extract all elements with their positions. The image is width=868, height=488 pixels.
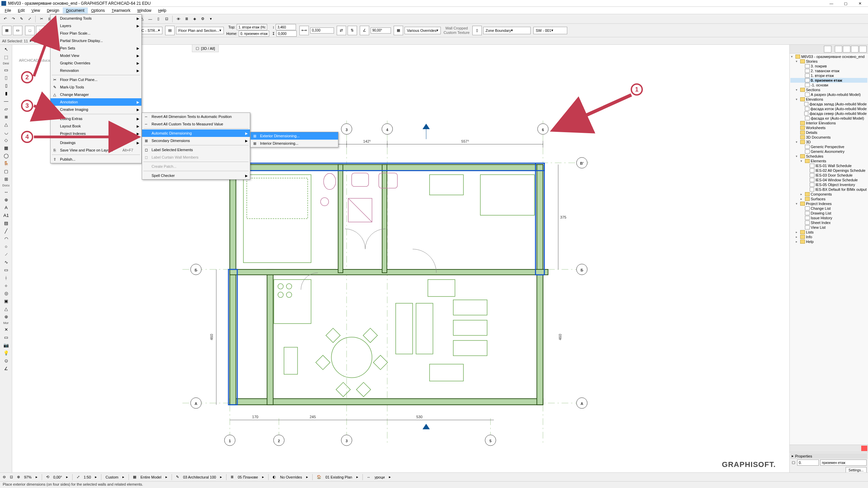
options-icon[interactable]: ⚙ <box>199 15 206 23</box>
menu-item[interactable]: ↔Revert All Dimension Texts to Automatic… <box>142 113 250 120</box>
drawing-tool-icon[interactable]: ▭ <box>1 266 12 273</box>
morph-tool-icon[interactable]: ◯ <box>1 152 12 159</box>
menu-item[interactable]: Annotation▶ <box>51 98 141 106</box>
tree-item[interactable]: View List <box>790 225 867 230</box>
override-icon[interactable]: ◐ <box>273 475 276 479</box>
tree-item[interactable]: -1. основи <box>790 83 867 87</box>
line-tool-icon[interactable]: ╱ <box>1 227 12 235</box>
menu-item[interactable]: ⊞Secondary Dimensions▶ <box>142 137 250 144</box>
wall-tool-icon[interactable]: ▭ <box>1 66 12 74</box>
mesh-tool-icon[interactable]: ⊞ <box>1 175 12 183</box>
selection-icon[interactable]: ▦ <box>2 26 12 35</box>
maximize-button[interactable]: ▢ <box>839 0 852 6</box>
tree-item[interactable]: А разрез (Auto-rebuild Model) <box>790 92 867 97</box>
zone-tool-icon[interactable]: ▢ <box>1 167 12 175</box>
flip-icon[interactable]: ⇄ <box>337 26 346 35</box>
menu-document[interactable]: Document <box>63 7 88 14</box>
beam-icon[interactable]: — <box>146 15 154 23</box>
figure-tool-icon[interactable]: ▭ <box>1 333 12 341</box>
menu-item[interactable]: ✎Mark-Up Tools <box>51 83 141 91</box>
tree-item[interactable]: фасада запад (Auto-rebuild Mode <box>790 102 867 106</box>
hotspot-tool-icon[interactable]: ✕ <box>1 326 12 333</box>
radial-tool-icon[interactable]: ⊙ <box>1 357 12 364</box>
floorplan-dropdown[interactable]: Floor Plan and Section... ▾ <box>176 27 223 34</box>
change-tool-icon[interactable]: △ <box>1 305 12 312</box>
name-input[interactable] <box>820 460 867 466</box>
nav-tab-view-icon[interactable] <box>843 46 850 53</box>
cutplane-icon[interactable]: ▤ <box>165 26 175 35</box>
detail-tool-icon[interactable]: ◎ <box>1 289 12 297</box>
tree-item[interactable]: IES-01 Wall Schedule <box>790 163 867 168</box>
menu-file[interactable]: File <box>1 7 15 14</box>
wall-segment-icon[interactable]: ▭ <box>13 26 22 35</box>
nav-action-icon[interactable] <box>854 446 861 451</box>
menu-item[interactable]: ✂Floor Plan Cut Plane... <box>51 76 141 83</box>
penset-icon[interactable]: ✎ <box>176 475 179 479</box>
method-icon[interactable]: ⬚ <box>36 26 45 35</box>
tree-item[interactable]: ▾3D <box>790 140 867 144</box>
tree-item[interactable]: ▸Components <box>790 192 867 197</box>
top-story-input[interactable] <box>237 24 267 30</box>
menu-item[interactable]: Pen Sets▶ <box>51 44 141 52</box>
nav-tab-project-icon[interactable] <box>835 46 842 53</box>
tree-item[interactable]: 3D Documents <box>790 135 867 140</box>
minimize-button[interactable]: — <box>825 0 838 6</box>
nav-tab-layout-icon[interactable] <box>851 46 859 53</box>
tree-item[interactable]: фасада изток (Auto-rebuild Mode <box>790 106 867 111</box>
menu-item[interactable]: ⇪Publish... <box>51 156 141 163</box>
spline-tool-icon[interactable]: ∿ <box>1 258 12 266</box>
window-tool-icon[interactable]: ▯ <box>1 82 12 89</box>
menu-edit[interactable]: Edit <box>15 7 28 14</box>
angle-tool-icon[interactable]: ∠ <box>1 365 12 372</box>
tree-item[interactable]: ▸Help <box>790 239 867 244</box>
reno-icon[interactable]: 🏠 <box>317 475 321 479</box>
tree-item[interactable]: Change List <box>790 206 867 211</box>
roof-tool-icon[interactable]: △ <box>1 121 12 128</box>
circle-tool-icon[interactable]: ○ <box>1 243 12 250</box>
tree-item[interactable]: ▾M6V03 - оразмеряване основно_end <box>790 54 867 59</box>
zoom-in-icon[interactable]: ⊕ <box>17 475 20 479</box>
tree-item[interactable]: ▾Stories <box>790 59 867 64</box>
elevation-tool-icon[interactable]: ⟐ <box>1 282 12 289</box>
slab-tool-icon[interactable]: ▱ <box>1 105 12 113</box>
menu-item[interactable]: ◻Label Selected Elements <box>142 146 250 154</box>
view-icon[interactable]: 👁 <box>175 15 182 23</box>
penset-value[interactable]: 03 Architectural 100 <box>183 475 216 479</box>
reno-value[interactable]: 01 Existing Plan <box>326 475 352 479</box>
tree-item[interactable]: Details <box>790 130 867 135</box>
dim-std-value[interactable]: уроци <box>375 475 385 479</box>
tree-item[interactable]: ▾Schedules <box>790 154 867 159</box>
menu-window[interactable]: Window <box>134 7 155 14</box>
model-icon[interactable]: ▦ <box>133 475 136 479</box>
menu-item[interactable]: Drawings▶ <box>51 139 141 146</box>
tree-item[interactable]: ▾Project Indexes <box>790 201 867 206</box>
tree-item[interactable]: 3. покрив <box>790 64 867 68</box>
menu-help[interactable]: Help <box>155 7 170 14</box>
menu-teamwork[interactable]: Teamwork <box>108 7 134 14</box>
polyline-tool-icon[interactable]: ⟋ <box>1 250 12 258</box>
menu-view[interactable]: View <box>28 7 43 14</box>
section-tool-icon[interactable]: ⟊ <box>1 274 12 281</box>
menu-item[interactable]: ⊞Interior Dimensioning... <box>251 140 338 147</box>
tree-item[interactable]: Sheet Index <box>790 220 867 225</box>
layers-icon[interactable]: ≣ <box>231 475 234 479</box>
arrow-tool-icon[interactable]: ↖ <box>1 45 12 53</box>
zone-dropdown[interactable]: Zone Boundary ▾ <box>483 27 531 34</box>
override-value[interactable]: No Overrides <box>280 475 302 479</box>
zoom-value[interactable]: 97% <box>24 475 32 479</box>
menu-item[interactable]: Spell Checker▶ <box>142 172 250 179</box>
mesh-icon[interactable]: ⊡ <box>163 15 170 23</box>
dim-std-icon[interactable]: ↔ <box>367 475 371 479</box>
menu-options[interactable]: Options <box>88 7 108 14</box>
rotate-icon[interactable]: ⟲ <box>46 475 49 479</box>
nav-delete-icon[interactable] <box>861 446 867 451</box>
tree-item[interactable]: ▾Elements <box>790 159 867 163</box>
menu-item[interactable]: Creative Imaging▶ <box>51 106 141 113</box>
tree-item[interactable]: IES-03 Door Schedule <box>790 173 867 178</box>
overrides-dropdown[interactable]: Various Overrides ▾ <box>405 27 441 34</box>
tree-item[interactable]: IES-05 Object Inventory <box>790 182 867 187</box>
menu-item[interactable]: Automatic Dimensioning▶ <box>142 129 250 137</box>
column-tool-icon[interactable]: ▮ <box>1 89 12 97</box>
menu-item[interactable]: △Change Manager <box>51 91 141 98</box>
door-tool-icon[interactable]: ⌷ <box>1 74 12 81</box>
